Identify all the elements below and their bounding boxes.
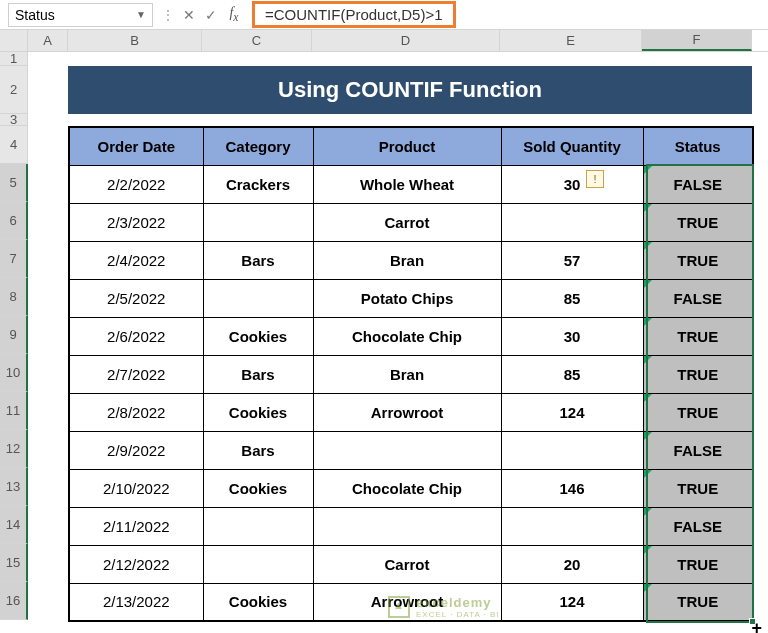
cell-status[interactable]: TRUE [643, 469, 753, 507]
table-row: 2/4/2022BarsBran57TRUE [69, 241, 753, 279]
cell-product[interactable]: Bran [313, 355, 501, 393]
cell-category[interactable]: Crackers [203, 165, 313, 203]
cell-status[interactable]: TRUE [643, 317, 753, 355]
cell-status[interactable]: FALSE [643, 431, 753, 469]
cell-qty[interactable]: 124 [501, 393, 643, 431]
cell-product[interactable]: Carrot [313, 203, 501, 241]
row-header[interactable]: 11 [0, 392, 28, 430]
cell-qty[interactable]: 146 [501, 469, 643, 507]
cell-date[interactable]: 2/6/2022 [69, 317, 203, 355]
cell-product[interactable]: Bran [313, 241, 501, 279]
cell-date[interactable]: 2/4/2022 [69, 241, 203, 279]
cell-date[interactable]: 2/9/2022 [69, 431, 203, 469]
row-header[interactable]: 7 [0, 240, 28, 278]
cell-product[interactable]: Chocolate Chip [313, 469, 501, 507]
column-header-d[interactable]: D [312, 30, 500, 51]
chevron-down-icon[interactable]: ▼ [136, 9, 146, 20]
cell-category[interactable] [203, 507, 313, 545]
cell-product[interactable]: Whole Wheat [313, 165, 501, 203]
cancel-icon[interactable]: ✕ [178, 7, 200, 23]
cell-status[interactable]: TRUE [643, 393, 753, 431]
cell-qty[interactable]: 85 [501, 279, 643, 317]
trace-error-icon[interactable]: ! [586, 170, 604, 188]
cell-product[interactable]: Potato Chips [313, 279, 501, 317]
cell-category[interactable]: Bars [203, 241, 313, 279]
cell-product[interactable] [313, 507, 501, 545]
cell-date[interactable]: 2/2/2022 [69, 165, 203, 203]
cell-qty[interactable]: 30 [501, 165, 643, 203]
cell-qty[interactable]: 30 [501, 317, 643, 355]
error-indicator-icon [644, 356, 652, 364]
header-product[interactable]: Product [313, 127, 501, 165]
row-header[interactable]: 8 [0, 278, 28, 316]
error-indicator-icon [644, 280, 652, 288]
cell-status[interactable]: FALSE [643, 279, 753, 317]
cell-status[interactable]: TRUE [643, 545, 753, 583]
row-header[interactable]: 16 [0, 582, 28, 620]
header-status[interactable]: Status [643, 127, 753, 165]
row-header[interactable]: 4 [0, 126, 28, 164]
row-header[interactable]: 9 [0, 316, 28, 354]
cell-date[interactable]: 2/10/2022 [69, 469, 203, 507]
cell-category[interactable]: Cookies [203, 469, 313, 507]
cell-date[interactable]: 2/12/2022 [69, 545, 203, 583]
cell-status[interactable]: FALSE [643, 165, 753, 203]
column-header-a[interactable]: A [28, 30, 68, 51]
cell-product[interactable]: Arrowroot [313, 393, 501, 431]
fx-icon[interactable]: fx [222, 5, 246, 24]
cell-product[interactable]: Carrot [313, 545, 501, 583]
row-header[interactable]: 15 [0, 544, 28, 582]
enter-icon[interactable]: ✓ [200, 7, 222, 23]
cell-product[interactable]: Chocolate Chip [313, 317, 501, 355]
cell-status[interactable]: TRUE [643, 241, 753, 279]
header-sold-quantity[interactable]: Sold Quantity [501, 127, 643, 165]
cell-category[interactable]: Cookies [203, 583, 313, 621]
column-header-c[interactable]: C [202, 30, 312, 51]
cell-status[interactable]: TRUE [643, 583, 753, 621]
cell-date[interactable]: 2/7/2022 [69, 355, 203, 393]
row-header[interactable]: 5 [0, 164, 28, 202]
error-indicator-icon [644, 318, 652, 326]
row-header[interactable]: 10 [0, 354, 28, 392]
name-box[interactable]: Status ▼ [8, 3, 153, 27]
cell-category[interactable] [203, 279, 313, 317]
cell-category[interactable]: Bars [203, 355, 313, 393]
cell-date[interactable]: 2/8/2022 [69, 393, 203, 431]
cell-category[interactable] [203, 203, 313, 241]
row-header[interactable]: 13 [0, 468, 28, 506]
row-header[interactable]: 14 [0, 506, 28, 544]
cell-qty[interactable]: 85 [501, 355, 643, 393]
row-header[interactable]: 1 [0, 52, 28, 66]
cell-qty[interactable] [501, 431, 643, 469]
cell-product[interactable] [313, 431, 501, 469]
select-all-corner[interactable] [0, 30, 28, 51]
row-header[interactable]: 3 [0, 114, 28, 126]
cell-category[interactable]: Cookies [203, 317, 313, 355]
cell-category[interactable] [203, 545, 313, 583]
row-header[interactable]: 6 [0, 202, 28, 240]
column-header-f[interactable]: F [642, 30, 752, 51]
cell-date[interactable]: 2/5/2022 [69, 279, 203, 317]
formula-input[interactable]: =COUNTIF(Product,D5)>1 [252, 1, 456, 28]
cell-qty[interactable] [501, 507, 643, 545]
cell-qty[interactable]: 20 [501, 545, 643, 583]
column-header-b[interactable]: B [68, 30, 202, 51]
cells-area[interactable]: Using COUNTIF Function Order Date Catego… [28, 52, 768, 620]
row-header[interactable]: 12 [0, 430, 28, 468]
header-category[interactable]: Category [203, 127, 313, 165]
cell-status[interactable]: TRUE [643, 355, 753, 393]
cell-category[interactable]: Bars [203, 431, 313, 469]
cell-qty[interactable]: 57 [501, 241, 643, 279]
cell-status[interactable]: FALSE [643, 507, 753, 545]
cell-category[interactable]: Cookies [203, 393, 313, 431]
header-order-date[interactable]: Order Date [69, 127, 203, 165]
cell-date[interactable]: 2/11/2022 [69, 507, 203, 545]
row-header[interactable]: 2 [0, 66, 28, 114]
cell-status[interactable]: TRUE [643, 203, 753, 241]
cell-date[interactable]: 2/3/2022 [69, 203, 203, 241]
cell-qty[interactable] [501, 203, 643, 241]
cell-qty[interactable]: 124 [501, 583, 643, 621]
cell-product[interactable]: Arrowroot [313, 583, 501, 621]
column-header-e[interactable]: E [500, 30, 642, 51]
cell-date[interactable]: 2/13/2022 [69, 583, 203, 621]
